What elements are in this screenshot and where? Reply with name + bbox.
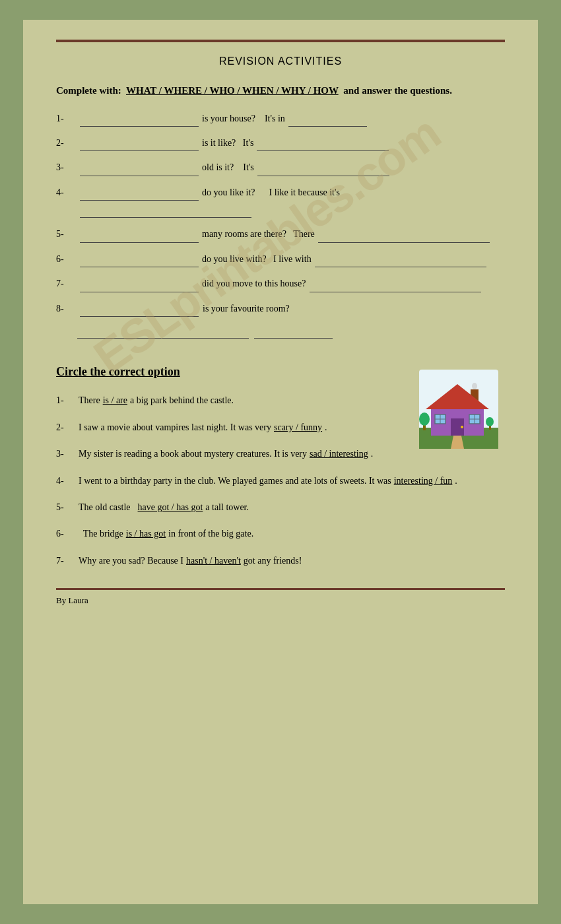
q8-blank1: [80, 302, 199, 317]
house-svg: [419, 370, 498, 449]
cq4-after: .: [455, 474, 457, 488]
q2-num: 2-: [56, 136, 76, 150]
wh-words: WHAT / WHERE / WHO / WHEN / WHY / HOW: [126, 85, 339, 96]
cq1-before: There: [79, 393, 100, 408]
cq7: 7- Why are you sad? Because I hasn't / h…: [56, 554, 505, 568]
cq7-after: got any friends!: [244, 554, 302, 568]
q6-blank2: [315, 252, 486, 267]
q8: 8- is your favourite room?: [56, 302, 505, 346]
q6-text: do you live with? I live with: [202, 252, 312, 267]
bottom-border-section: By Laura: [56, 588, 505, 606]
q5-line: many rooms are there? There: [79, 227, 491, 242]
svg-point-7: [461, 426, 463, 428]
intro-text: Complete with:: [56, 85, 121, 96]
cq3-option: sad / interesting: [310, 447, 368, 461]
q1-blank1: [80, 112, 199, 127]
q5-num: 5-: [56, 227, 76, 242]
q8-text: is your favourite room?: [203, 302, 290, 316]
house-illustration: [419, 370, 498, 451]
cq4-num: 4-: [56, 474, 76, 488]
q2: 2- is it like? It's: [56, 136, 505, 151]
q1-num: 1-: [56, 112, 76, 126]
q3: 3- old is it? It's: [56, 160, 505, 176]
q2-blank1: [80, 136, 199, 151]
cq6-after: in front of the big gate.: [168, 527, 253, 541]
cq2-after: .: [325, 420, 327, 435]
q5: 5- many rooms are there? There: [56, 227, 505, 242]
cq5-before: The old castle: [79, 500, 135, 515]
q7: 7- did you move to this house?: [56, 277, 505, 292]
q7-blank1: [80, 277, 199, 292]
q4-text: do you like it? I like it because it's: [202, 185, 340, 200]
q1: 1- is your house? It's in: [56, 112, 505, 127]
q4-blank1: [80, 185, 199, 201]
q6-line: do you live with? I live with: [79, 252, 488, 267]
cq5-option: have got / has got: [138, 500, 203, 515]
top-border: [56, 40, 505, 42]
cq4: 4- I went to a birthday party in the clu…: [56, 474, 505, 488]
cq5: 5- The old castle have got / has got a t…: [56, 500, 505, 515]
cq1-option: is / are: [103, 393, 127, 408]
q5-blank1: [80, 227, 199, 242]
q7-blank2: [310, 277, 481, 292]
cq5-after: a tall tower.: [205, 500, 249, 515]
q7-text: did you move to this house?: [202, 277, 306, 291]
q7-num: 7-: [56, 277, 76, 291]
section1-intro: Complete with: WHAT / WHERE / WHO / WHEN…: [56, 83, 505, 98]
q4: 4- do you like it? I like it because it'…: [56, 185, 505, 218]
q5-blank2: [318, 227, 490, 242]
q2-blank2: [257, 136, 389, 151]
q3-num: 3-: [56, 160, 76, 175]
q2-text: is it like? It's: [202, 136, 253, 150]
cq1-after: a big park behind the castle.: [130, 393, 234, 408]
q2-line: is it like? It's: [79, 136, 390, 151]
cq4-option: interesting / fun: [394, 474, 453, 488]
q3-text: old is it? It's: [202, 160, 254, 175]
author-label: By Laura: [56, 595, 505, 606]
cq7-before: Why are you sad? Because I: [79, 554, 183, 568]
cq2-before: I saw a movie about vampires last night.…: [79, 420, 271, 435]
cq6-option: is / has got: [126, 527, 166, 541]
page-title: REVISION ACTIVITIES: [56, 55, 505, 67]
q7-line: did you move to this house?: [79, 277, 482, 292]
q1-blank2: [288, 112, 367, 127]
q4-line: do you like it? I like it because it's: [79, 185, 505, 218]
q3-line: old is it? It's: [79, 160, 391, 176]
q6-blank1: [80, 252, 199, 267]
q1-text: is your house? It's in: [202, 112, 285, 126]
q4-num: 4-: [56, 185, 76, 200]
cq3-num: 3-: [56, 447, 76, 461]
intro-suffix: and answer the questions.: [343, 85, 452, 96]
cq6-num: 6-: [56, 527, 76, 541]
q8-num: 8-: [56, 302, 76, 316]
svg-point-17: [486, 417, 494, 426]
cq6: 6- The bridge is / has got in front of t…: [56, 527, 505, 541]
svg-point-3: [472, 383, 477, 389]
cq3-after: .: [371, 447, 374, 461]
q6-num: 6-: [56, 252, 76, 267]
q6: 6- do you live with? I live with: [56, 252, 505, 267]
cq3-before: My sister is reading a book about myster…: [79, 447, 307, 461]
svg-point-15: [419, 412, 430, 426]
cq6-before: The bridge: [79, 527, 123, 541]
cq7-option: hasn't / haven't: [186, 554, 241, 568]
section1-questions: 1- is your house? It's in 2-: [56, 112, 505, 346]
q1-line: is your house? It's in: [79, 112, 368, 127]
cq4-before: I went to a birthday party in the club. …: [79, 474, 391, 488]
cq2-option: scary / funny: [274, 420, 322, 435]
q8-blank3: [254, 323, 333, 339]
q3-blank2: [257, 160, 389, 176]
q3-blank1: [80, 160, 199, 176]
cq1-num: 1-: [56, 393, 76, 408]
cq7-num: 7-: [56, 554, 76, 568]
q8-blank2: [77, 323, 249, 339]
cq5-num: 5-: [56, 500, 76, 515]
cq2-num: 2-: [56, 420, 76, 435]
q5-text: many rooms are there? There: [202, 227, 315, 242]
page: ESLprintables.com REVISION ACTIVITIES Co…: [23, 20, 538, 904]
q4-blank2: [80, 203, 251, 218]
